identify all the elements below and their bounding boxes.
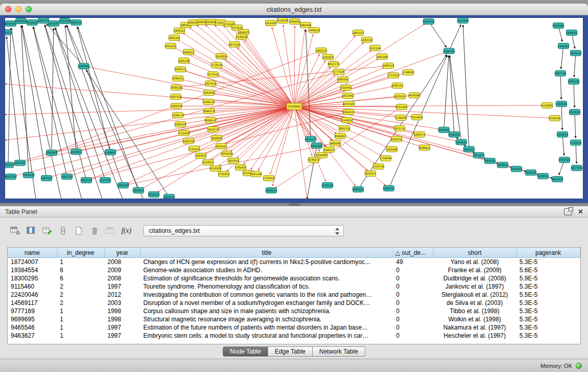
network-node[interactable]: 9531021: [59, 18, 71, 24]
close-panel-icon[interactable]: ×: [578, 208, 583, 215]
network-canvas[interactable]: 1724041196127516162539811773177714318641…: [5, 17, 583, 199]
graph-edge[interactable]: [560, 73, 561, 99]
network-node[interactable]: 1851421: [311, 143, 322, 148]
network-node[interactable]: 1903127: [173, 28, 185, 33]
network-node[interactable]: 9285021: [353, 187, 364, 192]
divider-handle-icon[interactable]: [289, 204, 300, 206]
graph-edge[interactable]: [294, 53, 445, 106]
graph-edge[interactable]: [576, 143, 577, 164]
network-node[interactable]: 1913573: [207, 126, 219, 132]
import-table-button[interactable]: [103, 224, 118, 237]
network-node[interactable]: 2063719: [175, 121, 186, 127]
network-node[interactable]: 1850414: [228, 158, 239, 164]
network-node[interactable]: 1850493: [386, 146, 398, 152]
network-node[interactable]: 2126643: [105, 149, 116, 155]
network-node[interactable]: 1757513: [388, 73, 399, 78]
network-node[interactable]: 1549143: [236, 34, 247, 39]
network-node[interactable]: 9163718: [183, 138, 194, 144]
network-node[interactable]: 1748508: [403, 70, 414, 75]
network-node[interactable]: 1159381: [541, 103, 553, 108]
graph-edge[interactable]: [237, 48, 294, 106]
network-node[interactable]: 1807312: [170, 94, 181, 100]
column-header-name[interactable]: name: [8, 248, 57, 258]
column-header-title[interactable]: title: [140, 248, 393, 258]
network-node[interactable]: 1718149: [211, 62, 222, 68]
network-node[interactable]: 9099147: [205, 117, 216, 123]
network-node[interactable]: 1761345: [218, 171, 229, 177]
network-node[interactable]: 2175141: [207, 72, 219, 77]
network-node[interactable]: 1853104: [553, 23, 564, 28]
network-node[interactable]: 1905212: [463, 146, 474, 152]
network-node[interactable]: 1549951: [341, 117, 353, 123]
network-node[interactable]: 1648121: [170, 85, 182, 91]
network-node[interactable]: 1531452: [235, 165, 246, 170]
network-node[interactable]: 1205138: [178, 58, 189, 63]
network-node[interactable]: 1961346: [377, 54, 388, 59]
network-node[interactable]: 2051731: [61, 174, 73, 180]
network-node[interactable]: 1905131: [41, 176, 52, 181]
network-node[interactable]: 1221611: [395, 94, 406, 99]
network-node[interactable]: 1906132: [361, 37, 373, 42]
network-node[interactable]: 1217531: [100, 178, 111, 183]
network-node[interactable]: 1531242: [322, 183, 333, 188]
network-node[interactable]: 1720531: [570, 140, 581, 145]
float-panel-icon[interactable]: [564, 208, 572, 215]
graph-edge[interactable]: [562, 135, 564, 156]
network-node[interactable]: 1527414: [369, 45, 381, 51]
graph-edge[interactable]: [358, 55, 447, 189]
network-node[interactable]: 1905108: [568, 79, 579, 84]
graph-edge[interactable]: [294, 105, 542, 106]
network-node[interactable]: 1777143: [333, 69, 344, 75]
network-node[interactable]: 2245157: [365, 171, 376, 177]
network-node[interactable]: 1758043: [380, 156, 391, 161]
network-node[interactable]: 1850121: [5, 162, 14, 168]
graph-edge[interactable]: [251, 106, 294, 169]
network-node[interactable]: 1047427: [343, 101, 355, 107]
graph-edge[interactable]: [561, 104, 562, 130]
network-node[interactable]: 9811773: [328, 61, 339, 67]
network-node[interactable]: 1853141: [5, 20, 16, 26]
network-node[interactable]: 1081931: [203, 90, 214, 96]
network-node[interactable]: 1924501: [383, 186, 395, 191]
network-node[interactable]: 9536271: [308, 157, 319, 163]
network-node[interactable]: 1906108: [117, 183, 128, 188]
network-node[interactable]: 2120531: [38, 18, 49, 23]
network-node[interactable]: 1160747: [392, 83, 403, 89]
graph-edge[interactable]: [449, 25, 461, 51]
network-node[interactable]: 1724041: [287, 103, 302, 110]
network-node[interactable]: 1206171: [203, 99, 214, 105]
graph-edge[interactable]: [449, 56, 454, 135]
graph-edge[interactable]: [270, 106, 294, 174]
graph-edge[interactable]: [307, 146, 317, 199]
graph-edge[interactable]: [45, 25, 86, 181]
network-node[interactable]: 2046117: [323, 147, 335, 152]
graph-edge[interactable]: [575, 112, 576, 138]
network-node[interactable]: 1679197: [438, 127, 449, 133]
network-node[interactable]: 1983103: [170, 103, 182, 109]
delete-table-button[interactable]: [88, 224, 102, 237]
table-row[interactable]: 1872400712008Changes of HCN gene express…: [8, 258, 580, 267]
network-node[interactable]: 1094117: [172, 76, 183, 81]
network-node[interactable]: 1735414: [263, 176, 274, 181]
network-node[interactable]: 8791021: [448, 132, 460, 137]
network-node[interactable]: 1725414: [188, 146, 200, 151]
graph-edge[interactable]: [275, 107, 402, 188]
network-node[interactable]: 9505135: [23, 172, 34, 178]
table-row[interactable]: 977716911998Corpus callosum shape and si…: [8, 307, 580, 315]
network-node[interactable]: 1905314: [5, 174, 16, 180]
tab-node-table[interactable]: Node Table: [223, 346, 268, 357]
network-node[interactable]: 1871041: [457, 18, 468, 23]
table-row[interactable]: 946362711997Embryonic stem cells: a mode…: [8, 332, 580, 340]
network-node[interactable]: 1954121: [558, 43, 569, 49]
network-node[interactable]: 2051231: [165, 43, 176, 49]
graph-edge[interactable]: [561, 46, 563, 69]
network-node[interactable]: 1864161: [337, 77, 349, 82]
network-node[interactable]: 1958212: [309, 27, 320, 33]
network-node[interactable]: 1266171: [172, 112, 183, 118]
network-node[interactable]: 7652441: [215, 143, 227, 149]
network-node[interactable]: 1104053: [557, 132, 568, 137]
graph-edge[interactable]: [574, 53, 576, 77]
network-node[interactable]: 1125741: [373, 164, 384, 169]
graph-edge[interactable]: [45, 25, 102, 199]
graph-edge[interactable]: [225, 59, 294, 106]
